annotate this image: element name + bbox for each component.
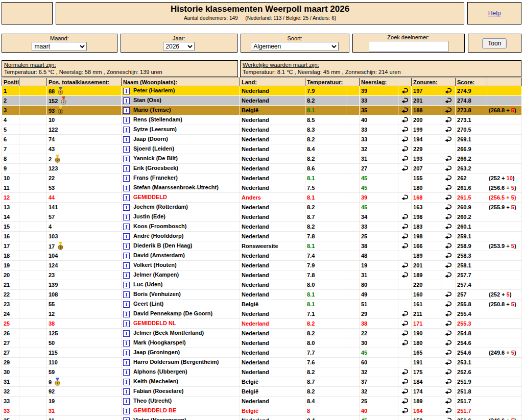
info-icon[interactable]: I xyxy=(123,272,130,279)
info-icon[interactable]: I xyxy=(123,214,130,220)
table-row: 16103IAndré (Hoofddorp)Nederland7.825198… xyxy=(2,232,522,241)
positie-cell: 27 xyxy=(2,348,19,358)
jaar-select[interactable]: 2026 xyxy=(163,42,195,51)
deelnemer-naam: Geert (Lint) xyxy=(133,301,163,307)
temperatuur-cell: 8.7 xyxy=(305,212,346,222)
info-icon[interactable]: I xyxy=(123,117,130,123)
naam-header[interactable]: Naam (Woonplaats): xyxy=(122,78,240,86)
svg-text:2: 2 xyxy=(57,158,59,162)
score-cell: 262 xyxy=(456,174,487,183)
info-icon[interactable]: I xyxy=(123,417,130,420)
zonuren-arrow-cell xyxy=(441,377,456,387)
info-icon[interactable]: I xyxy=(123,204,130,211)
table-row: 3933IMario (Temse)België8.135188273.8(26… xyxy=(2,106,522,115)
positie-cell: 29 xyxy=(2,358,19,367)
pos-totaal-header[interactable]: Pos. totaalklassement: xyxy=(47,78,122,86)
info-icon[interactable]: I xyxy=(123,320,130,327)
info-icon[interactable]: I xyxy=(123,127,130,133)
positie-header[interactable]: Positie: xyxy=(2,78,19,86)
info-icon[interactable]: I xyxy=(123,311,130,317)
medal-icon: 2 xyxy=(61,96,66,105)
temperatuur-arrow-cell xyxy=(346,261,360,270)
info-icon[interactable]: I xyxy=(123,291,130,298)
neerslag-header[interactable]: Neerslag: xyxy=(360,78,412,86)
info-icon[interactable]: I xyxy=(123,156,130,162)
pos-totaal-cell: 12 xyxy=(47,309,122,319)
info-icon[interactable]: I xyxy=(123,388,130,395)
spacer-cell xyxy=(19,183,47,193)
temperatuur-cell: 8.6 xyxy=(305,164,346,174)
help-link[interactable]: Help xyxy=(488,10,501,17)
positie-cell: 5 xyxy=(2,125,19,135)
info-icon[interactable]: I xyxy=(123,146,130,153)
revision-arrow-icon xyxy=(401,165,409,171)
info-icon[interactable]: I xyxy=(123,224,130,230)
zonuren-cell: 229 xyxy=(412,144,441,154)
info-icon[interactable]: I xyxy=(123,88,130,94)
score-cell: 254.6 xyxy=(456,348,487,358)
info-icon[interactable]: I xyxy=(123,301,130,308)
zoek-deelnemer-input[interactable] xyxy=(369,41,448,52)
zonuren-arrow-cell xyxy=(441,164,456,174)
deelnemer-naam: Jaap (Groningen) xyxy=(133,349,180,355)
info-icon[interactable]: I xyxy=(123,136,130,143)
info-icon[interactable]: I xyxy=(123,165,130,172)
neerslag-cell: 33 xyxy=(360,135,398,144)
pos-totaal-cell: 10 xyxy=(47,115,122,125)
zonuren-header[interactable]: Zonuren: xyxy=(412,78,456,86)
info-icon[interactable]: I xyxy=(123,194,130,201)
temperatuur-cell: 7.8 xyxy=(305,232,346,241)
info-icon[interactable]: I xyxy=(123,340,130,347)
revision-arrow-icon xyxy=(401,242,409,249)
zonuren-cell: 166 xyxy=(412,241,441,251)
info-icon[interactable]: I xyxy=(123,233,130,240)
medal-icon: 1 xyxy=(55,378,60,386)
land-cell: Nederland xyxy=(240,270,305,280)
info-icon[interactable]: I xyxy=(123,282,130,288)
score-cell: 258.1 xyxy=(456,261,487,270)
info-icon[interactable]: I xyxy=(123,107,130,114)
info-icon[interactable]: I xyxy=(123,398,130,405)
land-cell: Ronsweersite xyxy=(240,241,305,251)
maand-select[interactable]: maart xyxy=(32,42,87,51)
info-icon[interactable]: I xyxy=(123,243,130,250)
soort-select[interactable]: Algemeen xyxy=(251,42,339,51)
info-icon[interactable]: I xyxy=(123,359,130,366)
info-icon[interactable]: I xyxy=(123,97,130,104)
toon-button[interactable]: Toon xyxy=(482,38,507,48)
info-icon[interactable]: I xyxy=(123,350,130,356)
deelnemer-naam: Koos (Froombosch) xyxy=(133,223,187,229)
temperatuur-header[interactable]: Temperatuur: xyxy=(305,78,360,86)
info-icon[interactable]: I xyxy=(123,330,130,337)
table-row: 13141IJochem (Rotterdam)Nederland8.24516… xyxy=(2,203,522,212)
temperatuur-arrow-cell xyxy=(346,397,360,406)
positie-cell: 26 xyxy=(2,329,19,338)
info-icon[interactable]: I xyxy=(123,253,130,259)
zonuren-cell: 183 xyxy=(412,222,441,232)
score-cell: 269.1 xyxy=(456,135,487,144)
info-icon[interactable]: I xyxy=(123,408,130,414)
score-detail-cell xyxy=(487,96,522,106)
neerslag-cell: 40 xyxy=(360,406,398,416)
pos-totaal-cell: 22 xyxy=(47,154,122,164)
score-cell: 274.8 xyxy=(456,96,487,106)
table-row: 2750IMark (Hoogkarspel)Nederland8.030180… xyxy=(2,338,522,348)
pos-totaal-cell: 44 xyxy=(47,193,122,203)
info-icon[interactable]: I xyxy=(123,185,130,191)
toon-button-panel: Toon xyxy=(468,34,521,53)
temperatuur-arrow-cell xyxy=(346,183,360,193)
info-icon[interactable]: I xyxy=(123,175,130,182)
land-cell: Nederland xyxy=(240,338,305,348)
temperatuur-arrow-cell xyxy=(346,135,360,144)
naam-cell: IJochem (Rotterdam) xyxy=(122,203,240,212)
zonuren-arrow-cell xyxy=(441,96,456,106)
info-icon[interactable]: I xyxy=(123,369,130,376)
info-icon[interactable]: I xyxy=(123,379,130,385)
land-header[interactable]: Land: xyxy=(240,78,305,86)
jaar-filter-group: Jaar: 2026 xyxy=(121,34,237,53)
positie-cell: 33 xyxy=(2,406,19,416)
info-icon[interactable]: I xyxy=(123,262,130,269)
score-header[interactable]: Score: xyxy=(456,78,487,86)
zonuren-cell: 200 xyxy=(412,115,441,125)
zonuren-cell: 180 xyxy=(412,183,441,193)
